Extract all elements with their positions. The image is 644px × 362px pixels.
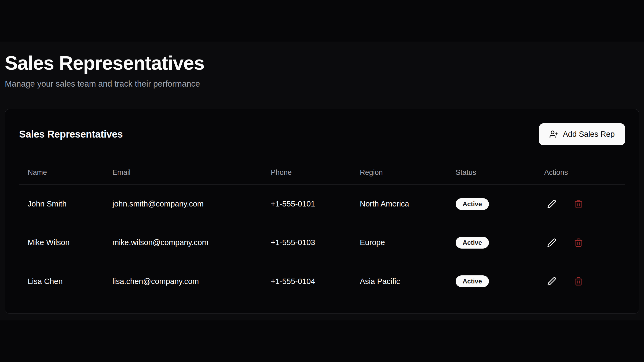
row-actions bbox=[544, 198, 625, 210]
column-header-name: Name bbox=[19, 161, 104, 185]
edit-button[interactable] bbox=[545, 198, 558, 210]
trash-icon bbox=[574, 200, 583, 209]
row-actions bbox=[544, 236, 625, 249]
delete-button[interactable] bbox=[572, 236, 585, 249]
trash-icon bbox=[574, 238, 583, 247]
pencil-icon bbox=[547, 200, 556, 209]
rep-phone: +1-555-0103 bbox=[262, 223, 351, 262]
card-title: Sales Representatives bbox=[19, 129, 123, 140]
card-header: Sales Representatives Add Sales Rep bbox=[19, 123, 625, 146]
row-actions bbox=[544, 275, 625, 288]
edit-button[interactable] bbox=[545, 236, 558, 249]
rep-region: Asia Pacific bbox=[351, 262, 447, 301]
rep-name: Mike Wilson bbox=[19, 223, 104, 262]
column-header-region: Region bbox=[351, 161, 447, 185]
trash-icon bbox=[574, 277, 583, 286]
rep-phone: +1-555-0104 bbox=[262, 262, 351, 301]
user-plus-icon bbox=[549, 130, 558, 139]
sales-reps-card: Sales Representatives Add Sales Rep bbox=[5, 109, 639, 314]
rep-email: lisa.chen@company.com bbox=[104, 262, 262, 301]
rep-region: Europe bbox=[351, 223, 447, 262]
page-subtitle: Manage your sales team and track their p… bbox=[5, 78, 639, 90]
rep-phone: +1-555-0101 bbox=[262, 185, 351, 223]
rep-email: john.smith@company.com bbox=[104, 185, 262, 223]
rep-region: North America bbox=[351, 185, 447, 223]
delete-button[interactable] bbox=[572, 275, 585, 288]
status-badge: Active bbox=[456, 237, 489, 249]
status-badge: Active bbox=[456, 275, 489, 287]
pencil-icon bbox=[547, 277, 556, 286]
page-title: Sales Representatives bbox=[5, 52, 639, 75]
status-badge: Active bbox=[456, 198, 489, 210]
delete-button[interactable] bbox=[572, 198, 585, 210]
column-header-status: Status bbox=[447, 161, 536, 185]
edit-button[interactable] bbox=[545, 275, 558, 288]
rep-name: Lisa Chen bbox=[19, 262, 104, 301]
table-row: Lisa Chen lisa.chen@company.com +1-555-0… bbox=[19, 262, 625, 301]
rep-email: mike.wilson@company.com bbox=[104, 223, 262, 262]
column-header-email: Email bbox=[104, 161, 262, 185]
add-sales-rep-button[interactable]: Add Sales Rep bbox=[539, 123, 625, 145]
table-row: John Smith john.smith@company.com +1-555… bbox=[19, 185, 625, 223]
column-header-phone: Phone bbox=[262, 161, 351, 185]
add-sales-rep-label: Add Sales Rep bbox=[563, 130, 615, 139]
column-header-actions: Actions bbox=[536, 161, 625, 185]
table-row: Mike Wilson mike.wilson@company.com +1-5… bbox=[19, 223, 625, 262]
main-content: Sales Representatives Manage your sales … bbox=[0, 42, 644, 320]
rep-name: John Smith bbox=[19, 185, 104, 223]
table-header: Name Email Phone Region Status Actions bbox=[19, 161, 625, 185]
sales-reps-table: Name Email Phone Region Status Actions J… bbox=[19, 161, 625, 301]
pencil-icon bbox=[547, 238, 556, 247]
